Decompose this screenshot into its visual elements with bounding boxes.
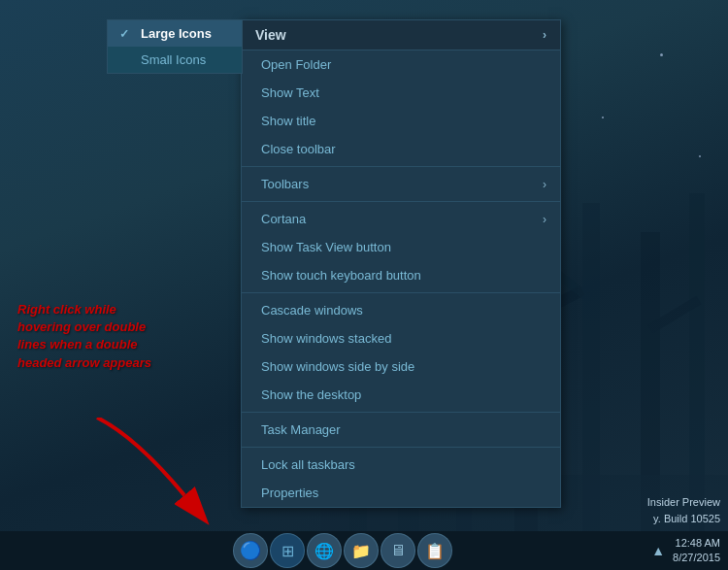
- start-button[interactable]: ⊞: [270, 533, 305, 568]
- show-task-view-item[interactable]: Show Task View button: [242, 233, 560, 261]
- build-number-label: y. Build 10525: [647, 511, 720, 527]
- view-icons-submenu: ✓ Large Icons Small Icons: [107, 19, 243, 74]
- check-icon: ✓: [119, 27, 133, 41]
- taskbar-icons: 🔵 ⊞ 🌐 📁 🖥 📋: [0, 533, 452, 568]
- annotation-text: Right click while hovering over double l…: [17, 301, 153, 372]
- show-title-item[interactable]: Show title: [242, 107, 560, 135]
- separator-2: [242, 201, 560, 202]
- date-display: 8/27/2015: [673, 551, 720, 565]
- time-display: 12:48 AM: [673, 536, 720, 551]
- taskbar-icon-6[interactable]: 📋: [417, 533, 452, 568]
- toolbars-item[interactable]: Toolbars ›: [242, 170, 560, 198]
- separator-1: [242, 166, 560, 167]
- cascade-windows-item[interactable]: Cascade windows: [242, 296, 560, 324]
- menu-header: View ›: [242, 20, 560, 50]
- open-folder-item[interactable]: Open Folder: [242, 50, 560, 79]
- notification-icon[interactable]: ▲: [651, 543, 665, 558]
- show-stacked-item[interactable]: Show windows stacked: [242, 324, 560, 352]
- context-menu: View › Open Folder Show Text Show title …: [241, 19, 561, 508]
- taskbar: 🔵 ⊞ 🌐 📁 🖥 📋 ▲ 12:48 AM 8/27/2015: [0, 531, 728, 570]
- header-chevron: ›: [543, 28, 546, 42]
- star: [699, 155, 701, 157]
- separator-5: [242, 447, 560, 448]
- small-icons-option[interactable]: Small Icons: [108, 47, 242, 73]
- show-desktop-item[interactable]: Show the desktop: [242, 381, 560, 409]
- large-icons-option[interactable]: ✓ Large Icons: [108, 20, 242, 47]
- star: [660, 53, 663, 56]
- arrow-indicator: [78, 418, 233, 538]
- clock: 12:48 AM 8/27/2015: [673, 536, 720, 566]
- toolbars-chevron: ›: [543, 178, 546, 191]
- insider-preview-label: Insider Preview: [647, 494, 720, 511]
- cortana-item[interactable]: Cortana ›: [242, 205, 560, 233]
- taskbar-right: ▲ 12:48 AM 8/27/2015: [651, 531, 728, 570]
- taskbar-icon-3[interactable]: 🌐: [307, 533, 342, 568]
- show-text-item[interactable]: Show Text: [242, 79, 560, 107]
- close-toolbar-item[interactable]: Close toolbar: [242, 135, 560, 163]
- task-manager-item[interactable]: Task Manager: [242, 416, 560, 444]
- show-touch-keyboard-item[interactable]: Show touch keyboard button: [242, 261, 560, 289]
- taskbar-icon-5[interactable]: 🖥: [381, 533, 415, 568]
- properties-item[interactable]: Properties: [242, 479, 560, 507]
- star: [602, 117, 604, 118]
- cortana-chevron: ›: [543, 213, 546, 226]
- taskbar-icon-4[interactable]: 📁: [344, 533, 379, 568]
- desktop: Right click while hovering over double l…: [0, 0, 728, 570]
- separator-3: [242, 292, 560, 293]
- lock-taskbars-item[interactable]: Lock all taskbars: [242, 451, 560, 479]
- show-side-by-side-item[interactable]: Show windows side by side: [242, 352, 560, 381]
- system-info: Insider Preview y. Build 10525: [647, 494, 720, 526]
- separator-4: [242, 412, 560, 413]
- taskbar-icon-1[interactable]: 🔵: [233, 533, 268, 568]
